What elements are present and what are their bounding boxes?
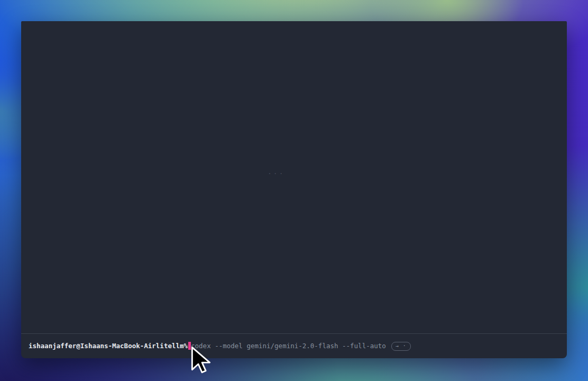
- prompt-user-host: ishaanjaffer@Ishaans-MacBook-Air: [29, 343, 156, 350]
- text-cursor: [188, 342, 191, 350]
- terminal-window[interactable]: ··· ishaanjaffer@Ishaans-MacBook-Air lit…: [21, 21, 567, 358]
- autosuggestion-text: codex --model gemini/gemini-2.0-flash --…: [191, 343, 386, 350]
- command-prompt-bar[interactable]: ishaanjaffer@Ishaans-MacBook-Air litellm…: [21, 334, 567, 358]
- prompt-directory: litellm: [156, 343, 184, 350]
- terminal-output-area: ···: [21, 21, 567, 333]
- autosuggest-accept-hint: → ·: [391, 342, 411, 351]
- prompt-symbol: %: [184, 343, 188, 350]
- loading-ellipsis: ···: [268, 169, 284, 177]
